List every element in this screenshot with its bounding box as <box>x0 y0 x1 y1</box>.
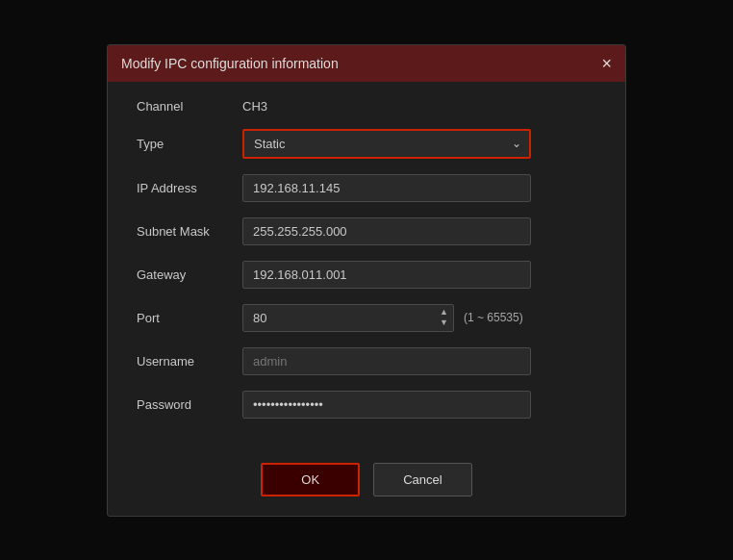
port-wrapper: ▲ ▼ (1 ~ 65535) <box>242 304 523 332</box>
port-spinners: ▲ ▼ <box>438 307 450 328</box>
ip-address-label: IP Address <box>137 181 242 195</box>
username-label: Username <box>137 354 242 369</box>
type-select-wrapper: Static DHCP ⌄ <box>242 129 531 159</box>
dialog-footer: OK Cancel <box>108 453 625 516</box>
password-label: Password <box>137 397 242 412</box>
port-input[interactable] <box>242 304 454 332</box>
modify-ipc-dialog: Modify IPC configuration information × C… <box>107 44 626 517</box>
password-row: Password <box>137 391 596 419</box>
subnet-mask-label: Subnet Mask <box>137 224 242 239</box>
port-input-container: ▲ ▼ <box>242 304 454 332</box>
type-label: Type <box>137 137 242 151</box>
username-input[interactable] <box>242 347 531 375</box>
gateway-input[interactable] <box>242 261 531 289</box>
type-row: Type Static DHCP ⌄ <box>137 129 596 159</box>
cancel-button[interactable]: Cancel <box>373 463 471 496</box>
port-increment-button[interactable]: ▲ <box>438 307 450 318</box>
close-button[interactable]: × <box>601 55 612 72</box>
ip-address-row: IP Address <box>137 174 596 202</box>
dialog-body: Channel CH3 Type Static DHCP ⌄ IP Addres… <box>108 82 625 453</box>
type-select[interactable]: Static DHCP <box>242 129 531 159</box>
dialog-overlay: Modify IPC configuration information × C… <box>0 0 733 560</box>
port-row: Port ▲ ▼ (1 ~ 65535) <box>137 304 596 332</box>
channel-value: CH3 <box>242 99 267 114</box>
gateway-label: Gateway <box>137 267 242 282</box>
username-row: Username <box>137 347 596 375</box>
port-label: Port <box>137 311 242 325</box>
channel-row: Channel CH3 <box>137 99 596 114</box>
ok-button[interactable]: OK <box>261 463 360 496</box>
port-range: (1 ~ 65535) <box>464 311 523 324</box>
gateway-row: Gateway <box>137 261 596 289</box>
password-input[interactable] <box>242 391 531 419</box>
subnet-mask-row: Subnet Mask <box>137 217 596 245</box>
channel-label: Channel <box>137 99 242 114</box>
ip-address-input[interactable] <box>242 174 531 202</box>
subnet-mask-input[interactable] <box>242 217 531 245</box>
port-decrement-button[interactable]: ▼ <box>438 318 450 328</box>
dialog-titlebar: Modify IPC configuration information × <box>108 45 625 82</box>
dialog-title: Modify IPC configuration information <box>121 56 339 71</box>
